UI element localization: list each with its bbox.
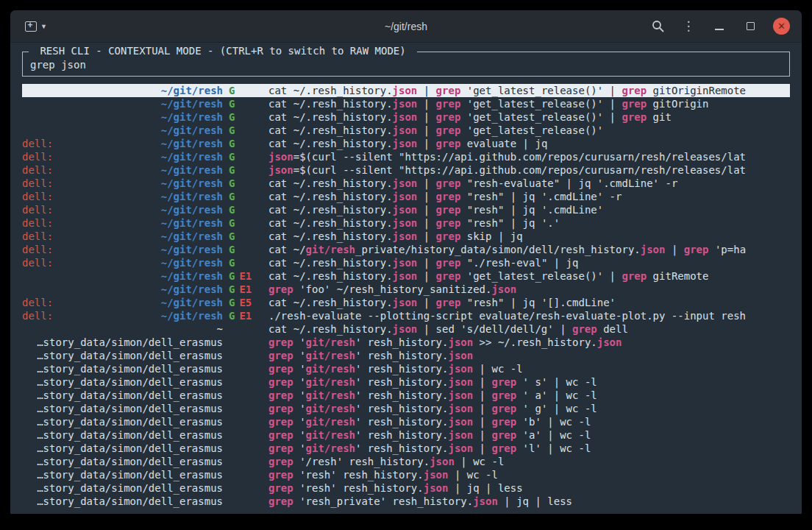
row-context: dell:~/git/resh <box>22 163 223 177</box>
history-row[interactable]: dell:~/git/reshGcat ~/.resh_history.json… <box>22 230 790 243</box>
history-row[interactable]: …story_data/simon/dell_erasmusgrep 'git/… <box>22 336 790 349</box>
row-context: ~/git/resh <box>22 283 223 296</box>
row-flag: G <box>229 283 235 295</box>
query-input[interactable]: grep json <box>30 59 782 71</box>
history-row[interactable]: …story_data/simon/dell_erasmusgrep 'git/… <box>22 349 790 362</box>
history-row[interactable]: dell:~/git/reshGE5cat ~/.resh_history.js… <box>22 296 790 309</box>
history-row[interactable]: ~/git/reshGcat ~/.resh_history.json | gr… <box>22 124 790 137</box>
row-context: ~/git/resh <box>22 269 223 283</box>
row-flags <box>223 415 263 428</box>
restore-button[interactable] <box>742 18 758 35</box>
history-row[interactable]: …story_data/simon/dell_erasmusgrep 'git/… <box>22 402 790 415</box>
row-command: grep 'git/resh' resh_history.json >> ~/.… <box>263 336 790 349</box>
row-command: grep 'git/resh' resh_history.json | grep… <box>263 402 790 415</box>
row-flags: G <box>223 203 263 216</box>
search-button[interactable] <box>649 18 666 35</box>
history-row[interactable]: ~/git/reshGcat ~/.resh_history.json | gr… <box>22 110 790 124</box>
row-command: cat ~/.resh_history.json | grep "resh-ev… <box>263 177 790 190</box>
row-host: dell: <box>22 296 53 309</box>
row-pwd: …story_data/simon/dell_erasmus <box>37 428 223 442</box>
row-flags <box>223 495 263 508</box>
terminal-content: RESH CLI - CONTEXTUAL MODE - (CTRL+R to … <box>10 52 802 508</box>
row-flag: G <box>229 151 235 163</box>
row-context: dell:~/git/resh <box>22 243 223 256</box>
history-row[interactable]: ~/git/reshGcat ~/.resh_history.json | gr… <box>22 84 790 97</box>
row-command: grep 'git/resh' resh_history.json | wc -… <box>263 362 790 375</box>
history-row[interactable]: …story_data/simon/dell_erasmusgrep 'git/… <box>22 442 790 455</box>
row-flags: GE5 <box>223 296 263 309</box>
history-row[interactable]: …story_data/simon/dell_erasmusgrep 'git/… <box>22 428 790 442</box>
row-pwd: …story_data/simon/dell_erasmus <box>37 481 223 495</box>
history-row[interactable]: dell:~/git/reshGcat ~/.resh_history.json… <box>22 203 790 216</box>
close-icon: ✕ <box>777 21 786 32</box>
resh-query-box: RESH CLI - CONTEXTUAL MODE - (CTRL+R to … <box>22 52 790 77</box>
minimize-button[interactable] <box>711 18 727 35</box>
row-pwd: ~/git/resh <box>161 256 223 269</box>
row-flag: G <box>229 230 235 242</box>
row-pwd: ~/git/resh <box>161 177 223 190</box>
history-row[interactable]: dell:~/git/reshGcat ~/git/resh_private/h… <box>22 243 790 256</box>
history-row[interactable]: …story_data/simon/dell_erasmusgrep 'resh… <box>22 468 790 481</box>
history-row[interactable]: dell:~/git/reshGcat ~/.resh_history.json… <box>22 216 790 230</box>
history-row[interactable]: dell:~/git/reshGcat ~/.resh_history.json… <box>22 177 790 190</box>
row-flags: G <box>223 163 263 177</box>
history-row[interactable]: dell:~/git/reshGjson=$(curl --silent "ht… <box>22 163 790 177</box>
row-pwd: …story_data/simon/dell_erasmus <box>37 442 223 455</box>
history-row[interactable]: …story_data/simon/dell_erasmusgrep '/res… <box>22 455 790 468</box>
row-command: grep 'git/resh' resh_history.json | grep… <box>263 375 790 389</box>
history-row[interactable]: …story_data/simon/dell_erasmusgrep 'git/… <box>22 389 790 402</box>
row-flag: G <box>229 270 235 282</box>
history-row[interactable]: …story_data/simon/dell_erasmusgrep 'git/… <box>22 375 790 389</box>
history-row[interactable]: ~/git/reshGcat ~/.resh_history.json | gr… <box>22 97 790 110</box>
history-row[interactable]: dell:~/git/reshGcat ~/.resh_history.json… <box>22 256 790 269</box>
row-command: grep 'resh' resh_history.json | jq | les… <box>263 481 790 495</box>
row-host: dell: <box>22 203 53 216</box>
row-flag: G <box>229 310 235 322</box>
row-host: dell: <box>22 243 53 256</box>
history-row[interactable]: …story_data/simon/dell_erasmusgrep 'resh… <box>22 481 790 495</box>
history-row[interactable]: dell:~/git/reshGE1./resh-evaluate --plot… <box>22 309 790 322</box>
history-row[interactable]: dell:~/git/reshGjson=$(curl --silent "ht… <box>22 150 790 163</box>
row-flag: G <box>229 124 235 136</box>
history-row[interactable]: …story_data/simon/dell_erasmusgrep 'resh… <box>22 495 790 508</box>
history-row[interactable]: dell:~/git/reshGcat ~/.resh_history.json… <box>22 137 790 150</box>
row-flags: G <box>223 84 263 97</box>
history-row[interactable]: ~cat ~/.resh_history.json | sed 's/dell/… <box>22 322 790 336</box>
history-row[interactable]: …story_data/simon/dell_erasmusgrep 'git/… <box>22 415 790 428</box>
row-context: …story_data/simon/dell_erasmus <box>22 468 223 481</box>
row-pwd: …story_data/simon/dell_erasmus <box>37 495 223 508</box>
row-command: cat ~/.resh_history.json | grep 'get_lat… <box>263 124 790 137</box>
menu-button[interactable]: ⋮ <box>680 18 697 35</box>
row-flags: G <box>223 177 263 190</box>
row-command: json=$(curl --silent "https://api.github… <box>263 150 790 163</box>
row-flags <box>223 362 263 375</box>
search-icon <box>652 20 664 32</box>
row-flags <box>223 402 263 415</box>
row-context: …story_data/simon/dell_erasmus <box>22 362 223 375</box>
history-row[interactable]: dell:~/git/reshGcat ~/.resh_history.json… <box>22 190 790 203</box>
row-pwd: …story_data/simon/dell_erasmus <box>37 389 223 402</box>
row-context: …story_data/simon/dell_erasmus <box>22 336 223 349</box>
terminal-window: ▼ ~/git/resh ⋮ ✕ <box>10 10 802 514</box>
row-command: cat ~/.resh_history.json | grep "./resh-… <box>263 256 790 269</box>
row-flags <box>223 428 263 442</box>
row-flags: G <box>223 190 263 203</box>
row-command: grep 'resh' resh_history.json | wc -l <box>263 468 790 481</box>
row-flags <box>223 468 263 481</box>
row-pwd: …story_data/simon/dell_erasmus <box>37 375 223 389</box>
row-flag: G <box>229 244 235 255</box>
history-row[interactable]: ~/git/reshGE1cat ~/.resh_history.json | … <box>22 269 790 283</box>
row-command: grep 'git/resh' resh_history.json | grep… <box>263 428 790 442</box>
minimize-icon <box>715 29 724 30</box>
titlebar: ▼ ~/git/resh ⋮ ✕ <box>10 10 802 43</box>
history-row[interactable]: …story_data/simon/dell_erasmusgrep 'git/… <box>22 362 790 375</box>
row-context: …story_data/simon/dell_erasmus <box>22 442 223 455</box>
row-pwd: …story_data/simon/dell_erasmus <box>37 336 223 349</box>
row-flag: G <box>229 111 235 123</box>
history-row[interactable]: ~/git/reshGE1grep 'foo' ~/resh_history_s… <box>22 283 790 296</box>
row-context: …story_data/simon/dell_erasmus <box>22 415 223 428</box>
row-context: ~/git/resh <box>22 124 223 137</box>
row-command: grep '/resh' resh_history.json | wc -l <box>263 455 790 468</box>
close-button[interactable]: ✕ <box>773 18 790 35</box>
history-list: ~/git/reshGcat ~/.resh_history.json | gr… <box>10 82 802 508</box>
